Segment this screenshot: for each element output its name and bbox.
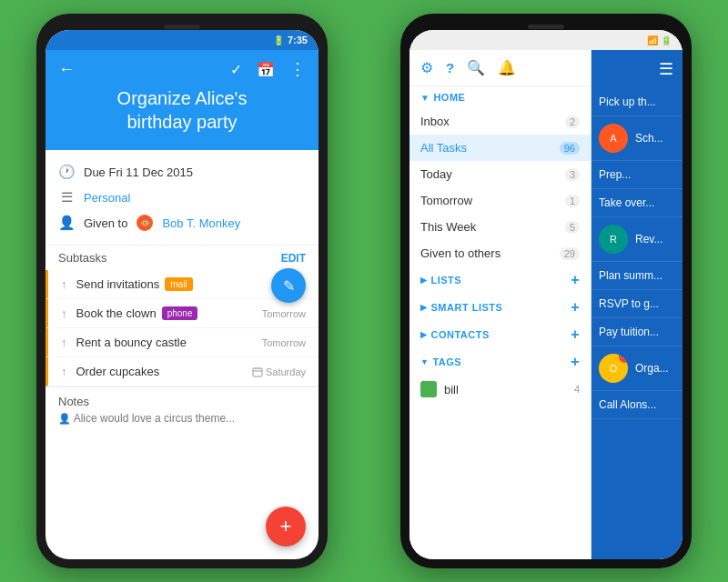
bell-icon[interactable]: 🔔 [498, 59, 516, 76]
subtask-arrow-icon: ↑ [61, 277, 67, 291]
task-item[interactable]: R Rev... [592, 217, 682, 262]
subtask-item[interactable]: ↑ Order cupcakes Saturday [46, 357, 318, 386]
hamburger-icon[interactable]: ☰ [659, 59, 673, 79]
tags-add-icon[interactable]: + [571, 354, 580, 370]
task-avatar: O 4 [599, 354, 628, 383]
lists-add-icon[interactable]: + [571, 272, 580, 288]
subtask-arrow-icon: ↑ [61, 365, 67, 378]
notes-label: Notes [58, 395, 306, 408]
home-section-header: ▼ HOME [410, 86, 591, 108]
subtask-due: Tomorrow [262, 308, 306, 319]
person-icon: 👤 [58, 215, 75, 231]
this-week-count: 5 [565, 221, 580, 234]
notes-section: Notes 👤 Alice would love a circus theme.… [46, 386, 318, 428]
task-item[interactable]: A Sch... [592, 116, 682, 161]
edit-button[interactable]: EDIT [281, 252, 306, 265]
search-icon[interactable]: 🔍 [467, 59, 485, 76]
due-date: Due Fri 11 Dec 2015 [84, 166, 193, 179]
task-item[interactable]: Take over... [592, 189, 682, 217]
smart-lists-section[interactable]: ▶ SMART LISTS + [410, 294, 591, 321]
status-bar-right: 📶 🔋 [410, 30, 682, 50]
subtask-text: Rent a bouncy castle [76, 336, 262, 349]
inbox-count: 2 [565, 115, 580, 128]
tag-count: 4 [574, 384, 580, 395]
phone-badge: phone [162, 306, 198, 320]
help-icon[interactable]: ? [446, 60, 454, 75]
battery-icon: 🔋 [273, 35, 284, 45]
back-button[interactable]: ← [58, 60, 75, 79]
mail-badge: mail [165, 277, 192, 291]
notes-content: 👤 Alice would love a circus theme... [58, 412, 306, 425]
subtask-item[interactable]: ↑ Rent a bouncy castle Tomorrow [46, 328, 318, 357]
task-title: Organize Alice's birthday party [58, 86, 306, 134]
settings-icon[interactable]: ⚙ [420, 59, 433, 76]
tag-item-bill[interactable]: bill 4 [410, 376, 591, 403]
list-row: ☰ Personal [58, 185, 306, 210]
subtask-text: Order cupcakes [76, 365, 252, 378]
lists-section[interactable]: ▶ LISTS + [410, 266, 591, 294]
sidebar: ⚙ ? 🔍 🔔 ▼ HOME Inbox 2 [410, 50, 592, 559]
task-item[interactable]: RSVP to g... [592, 290, 682, 318]
chevron-right-icon: ▶ [420, 330, 428, 339]
task-avatar: A [599, 124, 628, 153]
calendar-button[interactable]: 📅 [257, 61, 275, 78]
pencil-icon: ✎ [283, 277, 295, 295]
sidebar-item-tomorrow[interactable]: Tomorrow 1 [410, 187, 591, 214]
task-header: ← ✓ 📅 ⋮ Organize Alice's birthday party [46, 50, 318, 150]
panel-header: ☰ [592, 50, 682, 88]
sidebar-item-this-week[interactable]: This Week 5 [410, 214, 591, 240]
nav-bar: ← ✓ 📅 ⋮ [58, 59, 306, 79]
sidebar-toolbar: ⚙ ? 🔍 🔔 [410, 50, 591, 86]
edit-fab[interactable]: ✎ [271, 268, 306, 303]
sidebar-item-inbox[interactable]: Inbox 2 [410, 108, 591, 135]
task-list-panel: ☰ Pick up th... A Sch... Prep... [592, 50, 682, 559]
task-item[interactable]: Plan summ... [592, 262, 682, 290]
subtasks-label: Subtasks [58, 251, 106, 265]
right-phone: 📶 🔋 ⚙ ? 🔍 🔔 ▼ HOME [400, 14, 692, 568]
subtask-due: Tomorrow [262, 337, 306, 348]
subtasks-header: Subtasks EDIT [46, 245, 318, 270]
tag-color-dot [420, 381, 437, 397]
assigned-to-label: Given to [84, 216, 127, 230]
add-fab[interactable]: + [266, 507, 306, 547]
task-item[interactable]: O 4 Orga... [592, 346, 682, 391]
chevron-right-icon: ▶ [420, 276, 428, 285]
sidebar-item-today[interactable]: Today 3 [410, 161, 591, 187]
assignee-avatar: 🐵 [136, 215, 153, 231]
chevron-down-icon: ▼ [420, 93, 430, 103]
subtask-item[interactable]: ↑ Book the clown phone Tomorrow [46, 299, 318, 328]
task-item[interactable]: Pay tuition... [592, 318, 682, 346]
chevron-down-icon: ▼ [420, 357, 429, 366]
task-item[interactable]: Pick up th... [592, 88, 682, 116]
sidebar-item-given-to-others[interactable]: Given to others 29 [410, 240, 591, 266]
given-to-others-count: 29 [560, 247, 580, 260]
task-metadata: 🕐 Due Fri 11 Dec 2015 ☰ Personal 👤 Given… [46, 150, 318, 245]
assignee-row: 👤 Given to 🐵 Bob T. Monkey [58, 210, 306, 236]
due-date-row: 🕐 Due Fri 11 Dec 2015 [58, 159, 306, 185]
sidebar-item-all-tasks[interactable]: All Tasks 96 [410, 135, 591, 161]
contacts-section[interactable]: ▶ CONTACTS + [410, 321, 591, 348]
subtask-arrow-icon: ↑ [61, 336, 67, 349]
task-item[interactable]: Prep... [592, 161, 682, 189]
subtask-text: Send invitations mail [76, 277, 279, 291]
status-bar: 🔋 7:35 [46, 30, 318, 50]
left-phone: 🔋 7:35 ← ✓ 📅 ⋮ Organize Alice's birthday… [36, 14, 328, 568]
svg-rect-0 [253, 368, 262, 376]
contacts-add-icon[interactable]: + [571, 326, 580, 343]
tags-section[interactable]: ▼ TAGS + [410, 348, 591, 376]
list-name[interactable]: Personal [84, 191, 130, 205]
assignee-name[interactable]: Bob T. Monkey [162, 216, 240, 230]
task-avatar: R [599, 225, 628, 254]
task-item[interactable]: Call Alons... [592, 391, 682, 419]
today-count: 3 [565, 168, 580, 181]
badge-count: 4 [619, 354, 628, 363]
more-button[interactable]: ⋮ [289, 59, 306, 79]
subtask-arrow-icon: ↑ [61, 306, 67, 320]
smart-lists-add-icon[interactable]: + [571, 299, 580, 316]
check-button[interactable]: ✓ [230, 61, 242, 78]
plus-icon: + [280, 515, 292, 538]
task-list: Pick up th... A Sch... Prep... Take over… [592, 88, 682, 559]
tomorrow-count: 1 [565, 195, 580, 207]
saturday-due: Saturday [252, 366, 306, 377]
list-icon: ☰ [58, 189, 75, 206]
